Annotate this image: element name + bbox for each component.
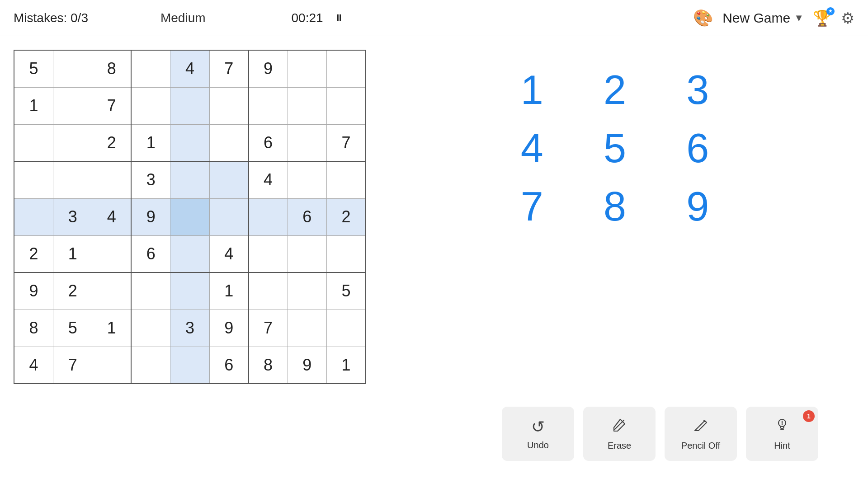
number-6-button[interactable]: 6 bbox=[659, 122, 737, 175]
table-row[interactable] bbox=[249, 87, 288, 124]
hint-button[interactable]: 1 Hint bbox=[746, 407, 818, 461]
table-row[interactable]: 2 bbox=[327, 198, 366, 235]
table-row[interactable]: 5 bbox=[53, 310, 92, 347]
number-8-button[interactable]: 8 bbox=[576, 180, 654, 234]
table-row[interactable]: 5 bbox=[14, 50, 53, 87]
table-row[interactable] bbox=[249, 198, 288, 235]
table-row[interactable]: 7 bbox=[92, 87, 131, 124]
table-row[interactable]: 9 bbox=[288, 347, 326, 384]
table-row[interactable]: 9 bbox=[131, 198, 170, 235]
table-row[interactable]: 1 bbox=[53, 235, 92, 272]
table-row[interactable] bbox=[327, 50, 366, 87]
table-row[interactable]: 1 bbox=[131, 124, 170, 161]
table-row[interactable]: 8 bbox=[92, 50, 131, 87]
table-row[interactable] bbox=[53, 124, 92, 161]
table-row[interactable]: 9 bbox=[209, 310, 248, 347]
table-row[interactable] bbox=[288, 272, 326, 310]
table-row[interactable] bbox=[327, 161, 366, 198]
number-2-button[interactable]: 2 bbox=[576, 63, 654, 117]
table-row[interactable] bbox=[92, 272, 131, 310]
table-row[interactable] bbox=[288, 87, 326, 124]
palette-button[interactable]: 🎨 bbox=[693, 9, 713, 28]
table-row[interactable]: 7 bbox=[327, 124, 366, 161]
number-4-button[interactable]: 4 bbox=[493, 122, 571, 175]
number-7-button[interactable]: 7 bbox=[493, 180, 571, 234]
trophy-button[interactable]: 🏆 ★ bbox=[813, 9, 832, 27]
settings-button[interactable]: ⚙ bbox=[841, 9, 854, 27]
table-row[interactable]: 1 bbox=[92, 310, 131, 347]
table-row[interactable] bbox=[209, 87, 248, 124]
table-row[interactable] bbox=[170, 347, 209, 384]
table-row[interactable] bbox=[170, 235, 209, 272]
table-row[interactable]: 8 bbox=[249, 347, 288, 384]
table-row[interactable] bbox=[131, 272, 170, 310]
table-row[interactable] bbox=[170, 198, 209, 235]
table-row[interactable] bbox=[209, 198, 248, 235]
table-row[interactable]: 7 bbox=[209, 50, 248, 87]
table-row[interactable] bbox=[14, 161, 53, 198]
table-row[interactable] bbox=[209, 161, 248, 198]
table-row[interactable]: 8 bbox=[14, 310, 53, 347]
table-row[interactable] bbox=[249, 235, 288, 272]
table-row[interactable]: 1 bbox=[327, 347, 366, 384]
table-row[interactable]: 1 bbox=[14, 87, 53, 124]
table-row[interactable]: 3 bbox=[170, 310, 209, 347]
new-game-button[interactable]: New Game ▼ bbox=[722, 10, 804, 26]
table-row[interactable] bbox=[92, 347, 131, 384]
table-row[interactable]: 7 bbox=[53, 347, 92, 384]
table-row[interactable]: 6 bbox=[131, 235, 170, 272]
table-row[interactable] bbox=[170, 161, 209, 198]
table-row[interactable]: 2 bbox=[14, 235, 53, 272]
table-row[interactable] bbox=[249, 272, 288, 310]
table-row[interactable] bbox=[92, 235, 131, 272]
table-row[interactable] bbox=[209, 124, 248, 161]
number-5-button[interactable]: 5 bbox=[576, 122, 654, 175]
table-row[interactable]: 4 bbox=[170, 50, 209, 87]
table-row[interactable]: 9 bbox=[249, 50, 288, 87]
table-row[interactable]: 6 bbox=[249, 124, 288, 161]
table-row[interactable]: 4 bbox=[14, 347, 53, 384]
table-row[interactable] bbox=[288, 50, 326, 87]
table-row[interactable]: 3 bbox=[53, 198, 92, 235]
table-row[interactable] bbox=[53, 87, 92, 124]
table-row[interactable] bbox=[327, 310, 366, 347]
bottom-controls: ↺ Undo Erase Pencil Off bbox=[502, 407, 818, 461]
number-9-button[interactable]: 9 bbox=[659, 180, 737, 234]
table-row[interactable]: 4 bbox=[249, 161, 288, 198]
table-row[interactable] bbox=[288, 124, 326, 161]
table-row[interactable] bbox=[170, 124, 209, 161]
table-row[interactable] bbox=[131, 310, 170, 347]
table-row[interactable]: 6 bbox=[209, 347, 248, 384]
table-row[interactable] bbox=[92, 161, 131, 198]
table-row[interactable]: 7 bbox=[249, 310, 288, 347]
pause-button[interactable]: ⏸ bbox=[330, 10, 348, 26]
pencil-button[interactable]: Pencil Off bbox=[665, 407, 737, 461]
table-row[interactable] bbox=[14, 198, 53, 235]
table-row[interactable]: 1 bbox=[209, 272, 248, 310]
table-row[interactable] bbox=[327, 87, 366, 124]
table-row[interactable] bbox=[131, 50, 170, 87]
table-row[interactable]: 6 bbox=[288, 198, 326, 235]
table-row[interactable]: 4 bbox=[92, 198, 131, 235]
table-row[interactable]: 2 bbox=[53, 272, 92, 310]
table-row[interactable] bbox=[170, 87, 209, 124]
table-row[interactable]: 4 bbox=[209, 235, 248, 272]
table-row[interactable] bbox=[131, 87, 170, 124]
table-row[interactable] bbox=[288, 310, 326, 347]
undo-button[interactable]: ↺ Undo bbox=[502, 407, 574, 461]
table-row[interactable] bbox=[170, 272, 209, 310]
table-row[interactable]: 3 bbox=[131, 161, 170, 198]
table-row[interactable] bbox=[288, 235, 326, 272]
table-row[interactable]: 9 bbox=[14, 272, 53, 310]
table-row[interactable] bbox=[53, 50, 92, 87]
table-row[interactable] bbox=[327, 235, 366, 272]
table-row[interactable] bbox=[288, 161, 326, 198]
number-1-button[interactable]: 1 bbox=[493, 63, 571, 117]
table-row[interactable] bbox=[131, 347, 170, 384]
erase-button[interactable]: Erase bbox=[583, 407, 656, 461]
table-row[interactable] bbox=[53, 161, 92, 198]
table-row[interactable]: 5 bbox=[327, 272, 366, 310]
table-row[interactable]: 2 bbox=[92, 124, 131, 161]
number-3-button[interactable]: 3 bbox=[659, 63, 737, 117]
table-row[interactable] bbox=[14, 124, 53, 161]
